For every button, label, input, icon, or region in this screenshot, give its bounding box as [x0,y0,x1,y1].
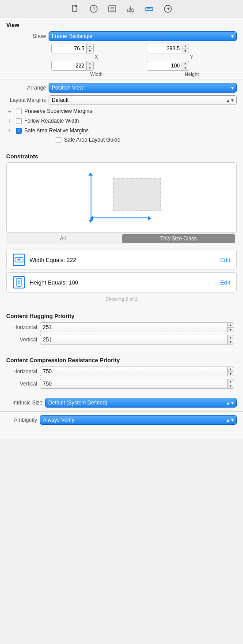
safe-area-relative-label: Safe Area Relative Margins [24,127,88,134]
compression-vertical-label: Vertical [6,381,37,387]
height-stepper[interactable]: ▲ ▼ [182,61,189,71]
compression-resistance-title: Content Compression Resistance Priority [0,354,243,365]
width-stepper[interactable]: ▲ ▼ [87,61,94,71]
follow-readable-checkbox[interactable] [16,118,22,124]
compression-v-up[interactable]: ▲ [228,379,234,384]
height-constraint-item: Height Equals: 100 Edit [6,272,237,292]
height-stepper-up[interactable]: ▲ [182,61,189,66]
compression-v-down[interactable]: ▼ [228,384,234,389]
width-constraint-icon [13,254,25,266]
layout-margins-select-wrapper: Default Fixed None ▲▼ [49,95,237,105]
layout-margins-label: Layout Margins [6,97,46,103]
y-stepper-down[interactable]: ▼ [182,49,189,53]
layout-margins-select[interactable]: Default Fixed None [49,95,237,105]
hugging-vertical-select-wrapper: 251 250 750 1000 ▲ ▼ [40,335,237,344]
x-stepper-up[interactable]: ▲ [87,44,93,49]
compression-horizontal-select-wrapper: 750 251 250 1000 ▲ ▼ [40,367,237,376]
safe-area-layout-checkbox[interactable] [56,137,61,143]
hugging-v-down[interactable]: ▼ [228,340,234,344]
safe-area-relative-checkbox[interactable] [16,128,22,134]
ambiguity-row: Ambiguity Always Verify Never Verify Ver… [0,414,243,426]
tab-this-size-class[interactable]: This Size Class [122,234,235,243]
compression-h-up[interactable]: ▲ [228,367,234,372]
arrange-select[interactable]: Position View Size to Fit Content Align … [49,83,237,93]
intrinsic-size-label: Intrinsic Size [6,400,42,406]
help-icon[interactable]: ? [88,4,99,14]
height-stepper-down[interactable]: ▼ [182,66,189,71]
compression-h-stepper[interactable]: ▲ ▼ [227,367,234,376]
toolbar: ? [0,0,243,18]
width-edit-btn[interactable]: Edit [220,257,230,263]
safe-area-plus-btn[interactable]: + [6,127,13,134]
ambiguity-select-wrapper: Always Verify Never Verify Verify Positi… [40,415,237,425]
height-label: Height [147,71,237,77]
compression-v-stepper[interactable]: ▲ ▼ [227,379,234,389]
hugging-horizontal-stepper[interactable]: ▲ ▼ [227,322,234,332]
hugging-vertical-row: Vertical 251 250 750 1000 ▲ ▼ [0,333,243,346]
follow-readable-label: Follow Readable Width [24,118,79,124]
width-input[interactable] [51,61,87,71]
intrinsic-size-select[interactable]: Default (System Defined) Placeholder Non… [45,398,237,408]
width-stepper-down[interactable]: ▼ [87,66,93,71]
content-hugging-section: Content Hugging Priority Horizontal 251 … [0,308,243,348]
y-input[interactable] [147,44,182,53]
hugging-vertical-select[interactable]: 251 250 750 1000 [40,335,227,344]
view-section-title: View [0,18,243,30]
showing-label: Showing 2 of 2 [0,295,243,303]
hugging-vertical-stepper[interactable]: ▲ ▼ [227,335,234,344]
x-input[interactable] [51,44,87,53]
x-group: ▲ ▼ X [51,44,141,60]
follow-plus-btn[interactable]: + [6,117,13,124]
preserve-superview-row: + Preserve Superview Margins [0,106,243,116]
file-icon[interactable] [70,4,80,14]
arrange-label: Arrange [6,85,46,91]
preserve-plus-btn[interactable]: + [6,108,13,115]
hugging-h-up[interactable]: ▲ [228,323,234,328]
hugging-v-up[interactable]: ▲ [228,335,234,340]
arrange-select-wrapper: Position View Size to Fit Content Align … [49,83,237,93]
hugging-horizontal-select-wrapper: 251 250 750 1000 ▲ ▼ [40,322,237,332]
safe-area-layout-row: Safe Area Layout Guide [0,135,243,144]
width-constraint-text: Width Equals: 222 [30,257,216,263]
x-stepper-down[interactable]: ▼ [87,49,93,53]
show-select[interactable]: Frame Rectangle Bounds Rectangle [49,31,237,41]
hugging-horizontal-row: Horizontal 251 250 750 1000 ▲ ▼ [0,321,243,333]
download-icon[interactable] [125,4,136,14]
x-stepper[interactable]: ▲ ▼ [87,44,94,53]
width-stepper-up[interactable]: ▲ [87,61,93,66]
ruler-icon[interactable] [144,4,155,14]
list-icon[interactable] [107,4,118,14]
dashed-rect [113,178,161,211]
width-group: ▲ ▼ Width [51,61,141,77]
compression-vertical-select-wrapper: 750 251 250 1000 ▲ ▼ [40,379,237,389]
constraints-section: Constraints All This Size [0,150,243,247]
y-stepper[interactable]: ▲ ▼ [182,44,189,53]
y-stepper-up[interactable]: ▲ [182,44,189,49]
ambiguity-select[interactable]: Always Verify Never Verify Verify Positi… [40,415,237,425]
tab-all[interactable]: All [6,233,120,244]
preserve-superview-checkbox[interactable] [16,109,22,114]
compression-resistance-section: Content Compression Resistance Priority … [0,352,243,392]
compression-horizontal-select[interactable]: 750 251 250 1000 [40,367,227,376]
constraints-title: Constraints [6,153,237,160]
hugging-h-down[interactable]: ▼ [228,328,234,332]
width-constraint-item: Width Equals: 222 Edit [6,250,237,270]
compression-h-down[interactable]: ▼ [228,372,234,376]
hugging-horizontal-select[interactable]: 251 250 750 1000 [40,322,227,332]
compression-vertical-row: Vertical 750 251 250 1000 ▲ ▼ [0,378,243,390]
height-edit-btn[interactable]: Edit [220,279,230,286]
safe-area-relative-row: + Safe Area Relative Margins [0,126,243,135]
arrow-icon[interactable] [163,4,173,14]
compression-vertical-select[interactable]: 750 251 250 1000 [40,379,227,389]
content-hugging-title: Content Hugging Priority [0,310,243,321]
xy-row: ▲ ▼ X ▲ ▼ Y [0,42,243,60]
hugging-horizontal-label: Horizontal [6,324,37,330]
height-input[interactable] [147,61,182,71]
x-label: X [51,54,141,60]
show-select-wrapper: Frame Rectangle Bounds Rectangle ▼ [49,31,237,41]
arrange-row: Arrange Position View Size to Fit Conten… [0,82,243,94]
h-arrow-left [90,216,93,221]
intrinsic-size-row: Intrinsic Size Default (System Defined) … [0,397,243,409]
v-arrow-top [88,172,93,176]
hugging-vertical-label: Vertical [6,337,37,343]
